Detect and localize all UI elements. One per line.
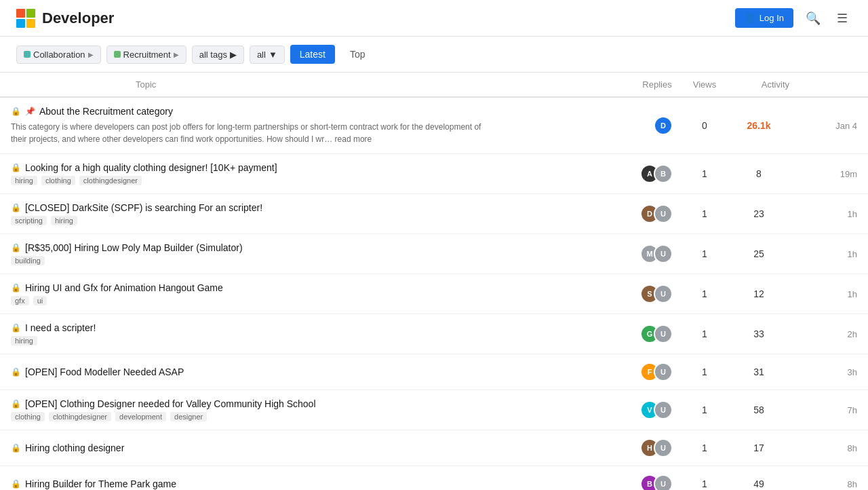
topic-tag[interactable]: hiring <box>11 176 37 185</box>
topic-avatars: D <box>654 116 673 135</box>
filter-bar: Collaboration ▶ Recruitment ▶ all tags ▶… <box>0 37 868 73</box>
topic-title[interactable]: [OPEN] Clothing Designer needed for Vall… <box>25 398 316 409</box>
topic-title[interactable]: Looking for a high quality clothing desi… <box>25 162 277 173</box>
topic-info: 🔒 [OPEN] Food Modeller Needed ASAP <box>11 366 633 377</box>
topic-title[interactable]: [CLOSED] DarkSite (SCPF) is searching Fo… <box>25 202 262 213</box>
search-button[interactable]: 🔍 <box>802 7 825 30</box>
site-title: Developer <box>42 10 114 27</box>
topic-tag[interactable]: clothingdesigner <box>79 176 142 185</box>
topic-title[interactable]: [R$35,000] Hiring Low Poly Map Builder (… <box>25 242 243 253</box>
topic-title[interactable]: Hiring UI and Gfx for Animation Hangout … <box>25 282 223 293</box>
topic-tag[interactable]: building <box>11 256 45 265</box>
activity-time: 2h <box>789 329 857 339</box>
header-actions: 👤 Log In 🔍 ☰ <box>735 7 852 30</box>
topic-tags: hiringclothingclothingdesigner <box>11 176 633 185</box>
topic-tag[interactable]: scripting <box>11 216 47 225</box>
lock-icon: 🔒 <box>11 443 21 453</box>
tab-top[interactable]: Top <box>340 45 375 64</box>
table-header: Topic Replies Views Activity <box>0 73 868 98</box>
table-row: 🔒 [R$35,000] Hiring Low Poly Map Builder… <box>0 234 868 274</box>
topic-tag[interactable]: gfx <box>11 296 29 305</box>
topic-title[interactable]: About the Recruitment category <box>39 106 173 117</box>
logo-area[interactable]: Developer <box>16 9 114 28</box>
replies-count: 1 <box>681 288 728 299</box>
menu-button[interactable]: ☰ <box>833 7 852 30</box>
all-tags-label: all tags <box>199 50 227 60</box>
replies-count: 1 <box>681 442 728 453</box>
table-row: 🔒 [CLOSED] DarkSite (SCPF) is searching … <box>0 194 868 234</box>
topic-avatar-col: GU <box>633 324 681 343</box>
topic-title[interactable]: I need a scripter! <box>25 322 96 333</box>
topic-info: 🔒 Hiring Builder for Theme Park game <box>11 478 633 489</box>
table-row: 🔒 Hiring UI and Gfx for Animation Hangou… <box>0 274 868 314</box>
col-topic-header: Topic <box>136 79 633 90</box>
tab-latest[interactable]: Latest <box>290 45 335 64</box>
topic-tag[interactable]: clothingdesigner <box>49 412 111 421</box>
topic-avatar-col: MU <box>633 244 681 263</box>
user-icon: 👤 <box>745 13 755 23</box>
topic-avatars: MU <box>640 244 673 263</box>
avatar: U <box>654 362 673 381</box>
topic-avatar-col: SU <box>633 284 681 303</box>
topic-avatar-col: VU <box>633 400 681 419</box>
replies-count: 1 <box>681 248 728 259</box>
topic-tag[interactable]: clothing <box>41 176 75 185</box>
avatar: U <box>654 324 673 343</box>
avatar: D <box>654 116 673 135</box>
views-count: 58 <box>728 404 789 415</box>
topic-tag[interactable]: clothing <box>11 412 45 421</box>
breadcrumb-arrow2: ▶ <box>174 51 179 58</box>
all-label: all <box>257 50 266 60</box>
activity-time: Jan 4 <box>789 121 857 131</box>
avatar: B <box>654 164 673 183</box>
table-row: 🔒 Hiring clothing designer HU 1 17 8h <box>0 430 868 466</box>
login-button[interactable]: 👤 Log In <box>735 8 793 28</box>
lock-icon: 🔒 <box>11 203 21 212</box>
topic-tag[interactable]: ui <box>33 296 47 305</box>
topic-tags: clothingclothingdesignerdevelopmentdesig… <box>11 412 633 421</box>
avatar: U <box>654 204 673 223</box>
views-count: 26.1k <box>728 120 789 131</box>
collaboration-breadcrumb[interactable]: Collaboration ▶ <box>16 45 101 64</box>
topic-tag[interactable]: hiring <box>51 216 77 225</box>
topic-tags: gfxui <box>11 296 633 305</box>
all-filter[interactable]: all ▼ <box>250 45 285 64</box>
topic-tag[interactable]: development <box>115 412 166 421</box>
replies-count: 1 <box>681 478 728 489</box>
topic-tag[interactable]: designer <box>170 412 207 421</box>
replies-count: 0 <box>681 120 728 131</box>
views-count: 49 <box>728 478 789 489</box>
lock-icon: 🔒 <box>11 367 21 377</box>
topic-list: Topic Replies Views Activity 🔒📌 About th… <box>0 73 868 490</box>
topic-avatar-col: FU <box>633 362 681 381</box>
table-row: 🔒 Hiring Builder for Theme Park game BU … <box>0 466 868 490</box>
topic-title-row: 🔒 [R$35,000] Hiring Low Poly Map Builder… <box>11 242 633 253</box>
table-row: 🔒 Looking for a high quality clothing de… <box>0 154 868 194</box>
topic-info: 🔒 I need a scripter! hiring <box>11 322 633 345</box>
replies-count: 1 <box>681 366 728 377</box>
topic-tag[interactable]: hiring <box>11 336 37 345</box>
topic-info: 🔒📌 About the Recruitment category This c… <box>11 106 633 145</box>
windows-logo-icon <box>16 9 35 28</box>
all-filter-arrow: ▼ <box>269 50 277 60</box>
avatar: U <box>654 244 673 263</box>
topic-avatars: BU <box>640 474 673 490</box>
topic-title[interactable]: Hiring Builder for Theme Park game <box>25 478 176 489</box>
activity-time: 19m <box>789 169 857 179</box>
topic-title-row: 🔒📌 About the Recruitment category <box>11 106 633 117</box>
recruitment-breadcrumb[interactable]: Recruitment ▶ <box>106 45 186 64</box>
lock-icon: 🔒 <box>11 479 21 489</box>
collaboration-dot <box>24 51 31 58</box>
topic-title[interactable]: [OPEN] Food Modeller Needed ASAP <box>25 366 184 377</box>
lock-icon: 🔒 <box>11 283 21 293</box>
table-row: 🔒📌 About the Recruitment category This c… <box>0 98 868 154</box>
tag-filter-arrow: ▶ <box>230 50 237 60</box>
all-tags-filter[interactable]: all tags ▶ <box>192 45 244 64</box>
topic-title[interactable]: Hiring clothing designer <box>25 442 124 453</box>
topic-avatar-col: AB <box>633 164 681 183</box>
topic-excerpt: This category is where developers can po… <box>11 121 486 145</box>
topic-avatars: GU <box>640 324 673 343</box>
pin-icon: 📌 <box>25 107 35 116</box>
topic-info: 🔒 [OPEN] Clothing Designer needed for Va… <box>11 398 633 421</box>
topic-avatars: VU <box>640 400 673 419</box>
